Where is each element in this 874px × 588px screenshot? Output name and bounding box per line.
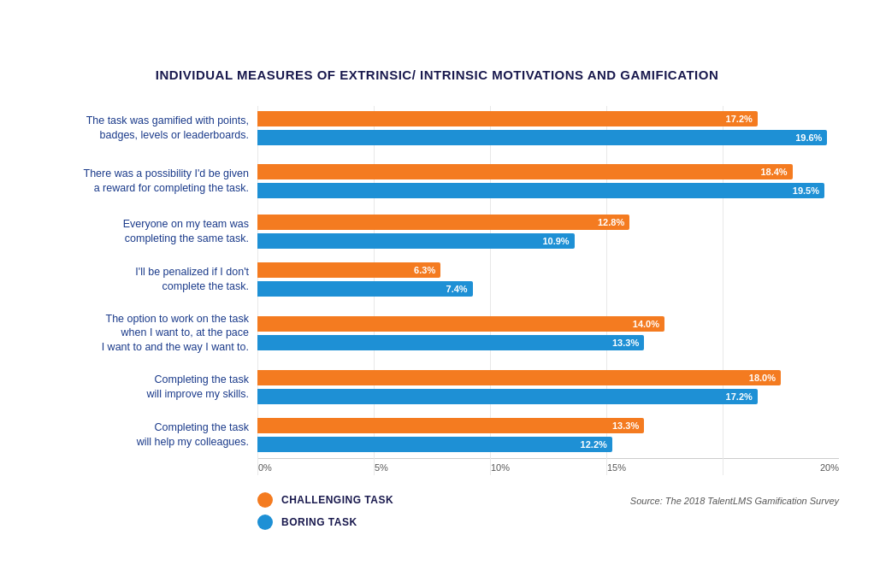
legend-item-1: BORING TASK — [257, 514, 548, 530]
bar-group-4: 14.0%13.3% — [257, 308, 839, 359]
row-label-3: I'll be penalized if I don'tcomplete the… — [35, 260, 257, 299]
blue-bar-label-2: 10.9% — [542, 236, 569, 246]
orange-bar-row-2: 12.8% — [257, 215, 839, 230]
x-tick-1: 5% — [374, 459, 490, 473]
orange-bar-row-1: 18.4% — [257, 164, 839, 179]
blue-bar-row-6: 12.2% — [257, 437, 839, 452]
blue-bar-label-6: 12.2% — [581, 439, 607, 450]
orange-bar-4: 14.0% — [257, 316, 664, 332]
labels-column: The task was gamified with points,badges… — [35, 106, 257, 475]
row-label-6: Completing the taskwill help my colleagu… — [35, 415, 257, 455]
orange-bar-row-6: 13.3% — [257, 418, 839, 433]
row-label-1: There was a possibility I'd be givena re… — [35, 159, 257, 203]
blue-bar-row-4: 13.3% — [257, 335, 839, 350]
orange-bar-label-0: 17.2% — [726, 114, 753, 124]
legend-dot-0 — [257, 492, 273, 508]
blue-bar-label-0: 19.6% — [795, 132, 822, 143]
legend-item-0: CHALLENGING TASK — [257, 492, 548, 508]
blue-bar-2: 10.9% — [257, 233, 575, 249]
blue-bar-row-2: 10.9% — [257, 233, 839, 249]
orange-bar-2: 12.8% — [257, 215, 629, 230]
row-label-0: The task was gamified with points,badges… — [35, 106, 257, 150]
legend-label-1: BORING TASK — [281, 516, 357, 528]
orange-bar-label-6: 13.3% — [612, 420, 639, 431]
bar-group-3: 6.3%7.4% — [257, 260, 839, 299]
orange-bar-row-5: 18.0% — [257, 370, 839, 385]
orange-bar-label-2: 12.8% — [598, 217, 624, 227]
blue-bar-6: 12.2% — [257, 437, 612, 452]
orange-bar-6: 13.3% — [257, 418, 644, 433]
legend-label-0: CHALLENGING TASK — [281, 494, 393, 506]
bars-content: 17.2%19.6%18.4%19.5%12.8%10.9%6.3%7.4%14… — [257, 106, 839, 455]
blue-bar-row-5: 17.2% — [257, 389, 839, 404]
bar-group-1: 18.4%19.5% — [257, 159, 839, 203]
blue-bar-row-3: 7.4% — [257, 281, 839, 297]
source-citation: Source: The 2018 TalentLMS Gamification … — [548, 492, 839, 506]
orange-bar-label-3: 6.3% — [414, 265, 435, 275]
blue-bar-0: 19.6% — [257, 130, 827, 145]
chart-container: INDIVIDUAL MEASURES OF EXTRINSIC/ INTRIN… — [18, 42, 856, 547]
bar-group-0: 17.2%19.6% — [257, 106, 839, 150]
legend-area: CHALLENGING TASKBORING TASK Source: The … — [35, 492, 839, 530]
blue-bar-row-1: 19.5% — [257, 183, 839, 198]
x-tick-4: 20% — [723, 459, 839, 473]
blue-bar-5: 17.2% — [257, 389, 758, 404]
x-axis: 0%5%10%15%20% — [257, 458, 839, 473]
orange-bar-label-4: 14.0% — [633, 319, 659, 329]
x-tick-3: 15% — [606, 459, 723, 473]
blue-bar-1: 19.5% — [257, 183, 824, 198]
blue-bar-3: 7.4% — [257, 281, 473, 297]
chart-body: The task was gamified with points,badges… — [35, 106, 839, 475]
row-label-4: The option to work on the taskwhen I wan… — [35, 308, 257, 359]
orange-bar-1: 18.4% — [257, 164, 793, 179]
blue-bar-label-5: 17.2% — [726, 391, 753, 402]
blue-bar-label-4: 13.3% — [612, 338, 639, 348]
orange-bar-label-1: 18.4% — [760, 167, 787, 177]
orange-bar-row-0: 17.2% — [257, 111, 839, 126]
orange-bar-label-5: 18.0% — [749, 373, 776, 383]
bar-group-6: 13.3%12.2% — [257, 415, 839, 455]
orange-bar-3: 6.3% — [257, 262, 440, 278]
orange-bar-row-3: 6.3% — [257, 262, 839, 278]
legend-dot-1 — [257, 514, 273, 530]
orange-bar-0: 17.2% — [257, 111, 758, 126]
row-label-5: Completing the taskwill improve my skill… — [35, 368, 257, 407]
row-label-2: Everyone on my team wascompleting the sa… — [35, 212, 257, 251]
chart-title: INDIVIDUAL MEASURES OF EXTRINSIC/ INTRIN… — [35, 68, 839, 82]
blue-bar-4: 13.3% — [257, 335, 644, 350]
x-tick-2: 10% — [490, 459, 606, 473]
orange-bar-row-4: 14.0% — [257, 316, 839, 332]
blue-bar-label-3: 7.4% — [446, 284, 468, 294]
bar-group-2: 12.8%10.9% — [257, 212, 839, 251]
legend-left: CHALLENGING TASKBORING TASK — [257, 492, 548, 530]
bar-group-5: 18.0%17.2% — [257, 368, 839, 407]
orange-bar-5: 18.0% — [257, 370, 781, 385]
x-tick-0: 0% — [257, 459, 374, 473]
blue-bar-label-1: 19.5% — [793, 185, 819, 196]
bars-wrapper: 17.2%19.6%18.4%19.5%12.8%10.9%6.3%7.4%14… — [257, 106, 839, 475]
blue-bar-row-0: 19.6% — [257, 130, 839, 145]
